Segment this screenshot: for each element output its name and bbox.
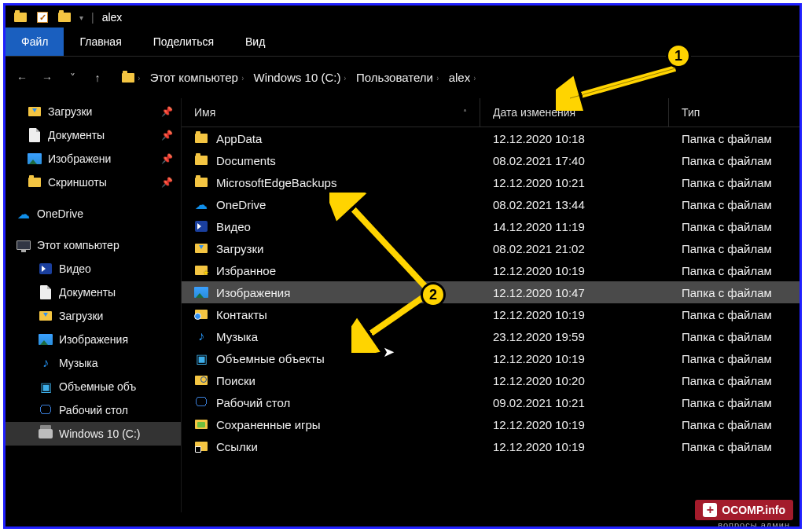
cell-type: Папка с файлам	[669, 325, 799, 347]
cell-type: Папка с файлам	[669, 171, 799, 193]
sidebar-item-pc[interactable]: Windows 10 (C:)	[6, 422, 181, 446]
file-name: Сохраненные игры	[216, 418, 321, 431]
table-row[interactable]: Изображения12.12.2020 10:47Папка с файла…	[182, 281, 799, 303]
content-pane: Имя ˄ Дата изменения Тип AppData12.12.20…	[182, 98, 799, 512]
sidebar-item-pc[interactable]: Документы	[6, 281, 181, 304]
sidebar-item-pc[interactable]: Загрузки	[6, 304, 181, 328]
tab-share[interactable]: Поделиться	[138, 28, 230, 56]
forward-button[interactable]: →	[39, 72, 56, 84]
table-row[interactable]: Загрузки08.02.2021 21:02Папка с файлам	[182, 237, 799, 259]
cell-modified: 12.12.2020 10:21	[480, 171, 669, 193]
callout-2: 2	[421, 282, 446, 307]
pin-icon: 📌	[161, 130, 173, 141]
col-label: Имя	[194, 106, 215, 119]
tab-view[interactable]: Вид	[230, 28, 281, 56]
breadcrumb-label: Этот компьютер	[150, 71, 238, 84]
music-icon: ♪	[39, 356, 53, 370]
breadcrumb-item[interactable]: Пользователи›	[353, 69, 443, 86]
recent-dropdown[interactable]: ˅	[64, 72, 81, 84]
cube-icon: ▣	[194, 351, 208, 365]
sidebar-item-pc[interactable]: ▣Объемные объ	[6, 375, 181, 398]
links-icon	[194, 439, 208, 453]
table-row[interactable]: ♪Музыка23.12.2020 19:59Папка с файлам	[182, 325, 799, 347]
chevron-down-icon[interactable]: ▾	[79, 13, 83, 22]
document-icon	[28, 128, 42, 142]
file-name: OneDrive	[216, 198, 266, 211]
cell-type: Папка с файлам	[669, 215, 799, 237]
file-name: Documents	[216, 154, 276, 167]
breadcrumb-item[interactable]: Этот компьютер›	[147, 69, 248, 86]
breadcrumb-label: Windows 10 (C:)	[254, 71, 341, 84]
cell-modified: 12.12.2020 10:19	[480, 347, 669, 369]
cell-type: Папка с файлам	[669, 303, 799, 325]
tab-file[interactable]: Файл	[6, 28, 64, 56]
sidebar-item-onedrive[interactable]: ☁ OneDrive	[6, 202, 181, 226]
table-row[interactable]: Сохраненные игры12.12.2020 10:19Папка с …	[182, 413, 799, 435]
file-list: AppData12.12.2020 10:18Папка с файламDoc…	[182, 127, 799, 457]
file-name: AppData	[216, 132, 262, 145]
breadcrumb-label: Пользователи	[356, 71, 433, 84]
sidebar-item-quick[interactable]: Документы📌	[6, 123, 181, 147]
folder-icon	[28, 175, 42, 189]
sidebar-item-label: OneDrive	[37, 207, 83, 220]
table-row[interactable]: ☁OneDrive08.02.2021 13:44Папка с файлам	[182, 193, 799, 215]
col-type[interactable]: Тип	[669, 98, 799, 127]
cell-modified: 12.12.2020 10:47	[480, 281, 669, 303]
table-row[interactable]: Избранное12.12.2020 10:19Папка с файлам	[182, 259, 799, 281]
downloads-icon	[194, 241, 208, 255]
sidebar-item-label: Документы	[48, 129, 105, 141]
document-icon	[39, 285, 53, 299]
video-icon	[194, 219, 208, 233]
file-name: Загрузки	[216, 242, 263, 255]
cell-modified: 12.12.2020 10:20	[480, 369, 669, 391]
checkbox-icon[interactable]: ✓	[35, 10, 50, 24]
back-button[interactable]: ←	[13, 72, 31, 84]
sidebar-item-pc[interactable]: Изображения	[6, 328, 181, 351]
sidebar-item-pc[interactable]: Видео	[6, 257, 181, 281]
sidebar-item-label: Объемные объ	[59, 380, 136, 393]
plus-icon: +	[703, 503, 717, 517]
sidebar-item-quick[interactable]: Загрузки📌	[6, 100, 181, 123]
up-button[interactable]: ↑	[89, 72, 106, 84]
cell-modified: 09.02.2021 10:21	[480, 391, 669, 413]
col-name[interactable]: Имя ˄	[182, 98, 480, 127]
table-row[interactable]: 🖵Рабочий стол09.02.2021 10:21Папка с фай…	[182, 391, 799, 413]
file-name: Видео	[216, 220, 251, 233]
sidebar-item-quick[interactable]: Изображени📌	[6, 147, 181, 171]
video-icon	[39, 262, 53, 276]
cube-icon: ▣	[39, 380, 53, 394]
table-row[interactable]: Documents08.02.2021 17:40Папка с файлам	[182, 149, 799, 171]
col-modified[interactable]: Дата изменения	[480, 98, 669, 127]
tab-home[interactable]: Главная	[64, 28, 137, 56]
breadcrumb-item[interactable]: Windows 10 (C:)›	[251, 69, 351, 86]
breadcrumb-root-icon[interactable]: ›	[119, 72, 144, 84]
table-row[interactable]: Видео14.12.2020 11:19Папка с файлам	[182, 215, 799, 237]
pin-icon: 📌	[161, 153, 173, 164]
table-row[interactable]: Ссылки12.12.2020 10:19Папка с файлам	[182, 435, 799, 457]
folder-icon	[13, 10, 28, 24]
sidebar-item-pc[interactable]: 🖵Рабочий стол	[6, 398, 181, 422]
table-row[interactable]: Поиски12.12.2020 10:20Папка с файлам	[182, 369, 799, 391]
sidebar-item-thispc[interactable]: Этот компьютер	[6, 233, 181, 257]
table-row[interactable]: MicrosoftEdgeBackups12.12.2020 10:21Папк…	[182, 171, 799, 193]
file-name: Избранное	[216, 264, 276, 277]
sidebar-item-pc[interactable]: ♪Музыка	[6, 351, 181, 375]
watermark: + OCOMP.info	[695, 500, 793, 520]
watermark-text: OCOMP.info	[722, 504, 785, 516]
pin-icon: 📌	[161, 106, 173, 117]
breadcrumb-item[interactable]: alex›	[446, 69, 480, 86]
cell-modified: 08.02.2021 13:44	[480, 193, 669, 215]
file-name: Музыка	[216, 330, 258, 343]
sidebar-item-quick[interactable]: Скриншоты📌	[6, 171, 181, 194]
cell-name: Поиски	[182, 369, 480, 391]
table-row[interactable]: Контакты12.12.2020 10:19Папка с файлам	[182, 303, 799, 325]
drive-icon	[39, 427, 53, 441]
cell-name: Загрузки	[182, 237, 480, 259]
separator: |	[91, 11, 94, 24]
table-row[interactable]: ▣Объемные объекты12.12.2020 10:19Папка с…	[182, 347, 799, 369]
window-title: alex	[102, 11, 123, 24]
sidebar: Загрузки📌Документы📌Изображени📌Скриншоты📌…	[6, 98, 182, 512]
table-row[interactable]: AppData12.12.2020 10:18Папка с файлам	[182, 127, 799, 149]
cell-name: Видео	[182, 215, 480, 237]
address-bar[interactable]: › Этот компьютер› Windows 10 (C:)› Польз…	[114, 66, 792, 89]
